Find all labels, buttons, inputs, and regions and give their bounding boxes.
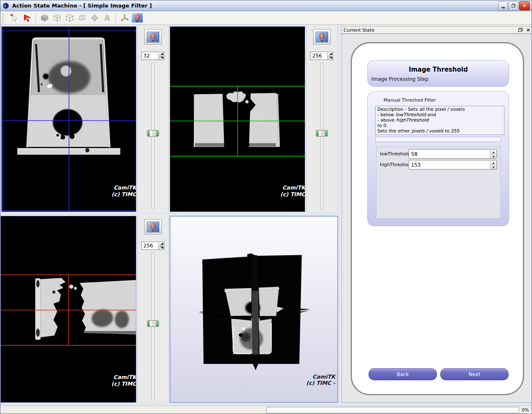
watermark: (c) TIMC - [306,380,336,386]
spin-up-icon[interactable]: ▲ [490,150,497,154]
watermark: CamiTK [113,374,136,380]
statusbar: 0% [0,406,532,414]
surface-cube-button[interactable] [38,12,51,24]
viewport-axial[interactable]: CamiTK (c) TIMC [1,26,136,212]
next-button[interactable]: Next [440,368,509,380]
wizard-header: Image Threshold Image Processing Step [367,60,509,87]
watermark: CamiTK [312,374,336,380]
spin-down-icon[interactable] [159,246,164,250]
point-sphere-glyph-icon [90,13,99,22]
high-threshold-row: highThreshold ▲ ▼ [380,160,497,169]
slider-handle[interactable] [147,320,159,327]
filter-groupbox: Manual Threshod Filter Description : Set… [367,91,509,226]
pick-arrow-button[interactable] [21,12,33,24]
restore-icon [512,4,515,7]
svg-text:A: A [104,14,110,22]
spin-down-icon[interactable] [159,56,164,60]
app-window: Action State Machine - [ Simple Image Fi… [0,0,532,414]
spin-down-icon[interactable] [328,56,333,60]
high-threshold-input[interactable] [409,160,490,169]
dock-title: Current State [344,27,516,33]
annotation-button[interactable]: A [101,12,113,24]
toolbar-separator [115,13,116,23]
viewport-coronal[interactable]: CamiTK (c) TIMC [170,26,305,212]
spin-up-icon[interactable] [159,52,164,56]
axes-3d-icon [120,13,129,22]
titlebar: Action State Machine - [ Simple Image Fi… [0,0,532,11]
spin-up-icon[interactable] [328,52,333,56]
viewport-sagittal[interactable]: CamiTK (c) TIMC [0,216,136,403]
low-threshold-label: lowThreshold [380,151,409,157]
spin-down-icon[interactable]: ▼ [490,165,497,169]
colormap-balloon-icon [132,13,143,22]
minimize-button[interactable] [498,1,508,10]
slice-spinbox-coronal [310,52,334,60]
colormap-button[interactable] [131,12,143,24]
colormap-balloon-icon [147,32,159,42]
low-threshold-spinbox: ▲ ▼ [409,149,497,159]
colormap-button-axial[interactable] [144,29,162,45]
restore-button[interactable] [509,1,518,10]
points-cube-button[interactable] [63,12,76,24]
toolbar: A [0,11,532,25]
empty-status-bar [375,137,501,142]
dock-close-button[interactable]: × [526,28,530,32]
slider-handle[interactable] [316,130,328,137]
slice-slider-sagittal [138,250,168,403]
viewport-3d[interactable]: CamiTK (c) TIMC - [170,216,338,403]
slice-value-axial[interactable] [141,52,158,60]
colormap-button-sagittal[interactable] [144,219,162,234]
app-icon [2,2,10,10]
progress-bar [266,407,519,413]
point-glyph-button[interactable] [88,12,101,24]
minimize-icon [502,7,505,8]
wizard-title: Image Threshold [368,60,509,73]
float-icon [518,28,523,32]
cube-solid-icon [40,13,49,22]
spin-up-icon[interactable]: ▲ [490,160,497,165]
slider-handle[interactable] [147,130,159,137]
colormap-balloon-icon [316,32,328,42]
filter-description: Description : Sets all the pixel / voxel… [375,106,504,135]
close-icon: ✕ [522,3,527,9]
close-icon: × [526,27,530,33]
annotation-letter-a-icon: A [103,13,112,22]
dock-titlebar: Current State × [341,26,532,34]
close-button[interactable]: ✕ [519,1,530,10]
high-threshold-label: highThreshold [380,162,409,167]
watermark: (c) TIMC [112,191,136,197]
filter-group-title: Manual Threshod Filter [368,92,509,103]
slice-slider-coronal [306,60,337,212]
colormap-button-coronal[interactable] [313,29,331,45]
slice-control-sagittal [137,214,169,403]
slice-control-axial [137,25,169,212]
slice-spinbox-sagittal [141,242,165,250]
pick-red-arrow-icon [23,13,32,22]
slice-value-coronal[interactable] [310,52,327,60]
watermark: (c) TIMC [111,381,136,387]
toolbar-separator [35,13,36,23]
window-title: Action State Machine - [ Simple Image Fi… [12,2,152,9]
slice-control-coronal [306,25,338,212]
deformed-wireframe-button[interactable] [76,12,88,24]
wizard-subtitle: Image Processing Step [371,76,509,82]
back-button[interactable]: Back [369,368,437,380]
dock-body: Image Threshold Image Processing Step Ma… [341,34,532,403]
pointer-arrow-button[interactable] [8,12,21,24]
toolbar-drag-handle[interactable] [3,13,6,23]
progress-percent: 0% [522,407,529,413]
parameters-panel: lowThreshold ▲ ▼ highThreshold [376,147,501,219]
wizard-panel: Image Threshold Image Processing Step Ma… [351,42,524,395]
spin-down-icon[interactable]: ▼ [490,154,497,158]
colormap-balloon-icon [147,222,159,232]
spin-up-icon[interactable] [159,242,164,246]
low-threshold-input[interactable] [409,150,490,158]
low-threshold-row: lowThreshold ▲ ▼ [380,150,497,158]
cube-wireframe-points-icon [65,13,74,22]
wireframe-cube-button[interactable] [51,12,63,24]
cube-wireframe-icon [53,13,62,22]
watermark: (c) TIMC [280,191,305,197]
axes-button[interactable] [118,12,131,24]
slice-value-sagittal[interactable] [141,242,158,250]
dock-float-button[interactable] [518,28,523,32]
